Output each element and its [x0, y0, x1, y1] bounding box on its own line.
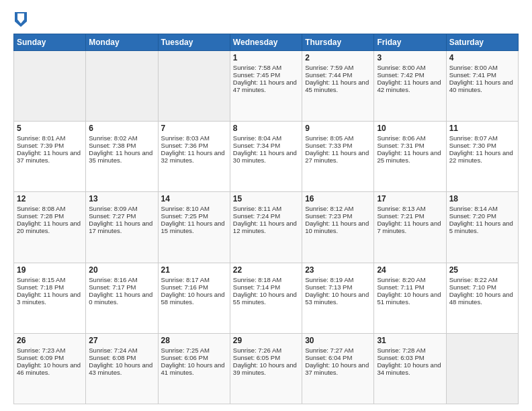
calendar-cell: 25 Sunrise: 8:22 AM Sunset: 7:10 PM Dayl… [446, 263, 518, 333]
day-number: 31 [377, 336, 443, 345]
sunrise-text: Sunrise: 8:12 AM [305, 205, 353, 212]
calendar-cell [86, 51, 158, 122]
day-number: 11 [449, 124, 515, 133]
day-number: 29 [233, 336, 299, 345]
sunset-text: Sunset: 7:23 PM [305, 212, 352, 220]
sunset-text: Sunset: 7:25 PM [161, 212, 208, 220]
calendar-cell: 18 Sunrise: 8:14 AM Sunset: 7:20 PM Dayl… [446, 192, 518, 263]
daylight-text: Daylight: 11 hours and 42 minutes. [377, 79, 441, 93]
sunset-text: Sunset: 7:30 PM [449, 142, 496, 149]
sunrise-text: Sunrise: 7:26 AM [233, 347, 281, 354]
calendar-cell: 17 Sunrise: 8:13 AM Sunset: 7:21 PM Dayl… [374, 192, 446, 263]
sunset-text: Sunset: 7:36 PM [161, 142, 208, 149]
day-number: 2 [305, 53, 371, 62]
day-number: 10 [377, 124, 443, 133]
day-header-thursday: Thursday [302, 34, 374, 51]
calendar-cell: 5 Sunrise: 8:01 AM Sunset: 7:39 PM Dayli… [14, 122, 86, 192]
sunset-text: Sunset: 7:24 PM [233, 212, 280, 220]
sunrise-text: Sunrise: 8:03 AM [161, 134, 210, 142]
page: SundayMondayTuesdayWednesdayThursdayFrid… [0, 0, 532, 411]
sunrise-text: Sunrise: 8:05 AM [305, 134, 353, 142]
sunrise-text: Sunrise: 8:00 AM [377, 64, 425, 71]
calendar-header-row: SundayMondayTuesdayWednesdayThursdayFrid… [14, 34, 519, 51]
sunrise-text: Sunrise: 8:00 AM [449, 64, 498, 71]
sunrise-text: Sunrise: 8:10 AM [161, 205, 210, 212]
calendar-week-row: 5 Sunrise: 8:01 AM Sunset: 7:39 PM Dayli… [14, 122, 519, 192]
day-number: 23 [305, 265, 371, 275]
day-number: 18 [449, 194, 515, 203]
sunset-text: Sunset: 7:28 PM [17, 212, 64, 220]
daylight-text: Daylight: 10 hours and 37 minutes. [305, 361, 369, 376]
calendar-cell: 26 Sunrise: 7:23 AM Sunset: 6:09 PM Dayl… [14, 333, 86, 404]
day-header-friday: Friday [374, 34, 446, 51]
sunset-text: Sunset: 7:27 PM [89, 212, 136, 220]
day-number: 22 [233, 265, 299, 275]
sunrise-text: Sunrise: 8:01 AM [17, 134, 65, 142]
sunset-text: Sunset: 7:21 PM [377, 212, 424, 220]
calendar-week-row: 26 Sunrise: 7:23 AM Sunset: 6:09 PM Dayl… [14, 333, 519, 404]
header [13, 12, 519, 27]
day-number: 17 [377, 194, 443, 203]
daylight-text: Daylight: 11 hours and 7 minutes. [377, 220, 441, 234]
sunset-text: Sunset: 7:45 PM [233, 71, 280, 79]
calendar-cell: 27 Sunrise: 7:24 AM Sunset: 6:08 PM Dayl… [86, 333, 158, 404]
calendar-cell: 3 Sunrise: 8:00 AM Sunset: 7:42 PM Dayli… [374, 51, 446, 122]
daylight-text: Daylight: 11 hours and 37 minutes. [17, 149, 81, 164]
sunrise-text: Sunrise: 8:08 AM [17, 205, 65, 212]
calendar-cell: 16 Sunrise: 8:12 AM Sunset: 7:23 PM Dayl… [302, 192, 374, 263]
daylight-text: Daylight: 11 hours and 0 minutes. [89, 291, 152, 306]
sunrise-text: Sunrise: 8:09 AM [89, 205, 137, 212]
sunset-text: Sunset: 6:04 PM [305, 354, 352, 361]
day-header-wednesday: Wednesday [230, 34, 302, 51]
sunset-text: Sunset: 7:18 PM [17, 283, 64, 291]
day-number: 30 [305, 336, 371, 345]
sunset-text: Sunset: 7:33 PM [305, 142, 352, 149]
calendar-cell: 20 Sunrise: 8:16 AM Sunset: 7:17 PM Dayl… [86, 263, 158, 333]
day-number: 19 [17, 265, 83, 275]
sunrise-text: Sunrise: 7:59 AM [305, 64, 353, 71]
day-header-saturday: Saturday [446, 34, 518, 51]
daylight-text: Daylight: 11 hours and 15 minutes. [161, 220, 225, 234]
day-number: 27 [89, 336, 154, 345]
sunrise-text: Sunrise: 7:23 AM [17, 347, 65, 354]
sunset-text: Sunset: 7:34 PM [233, 142, 280, 149]
daylight-text: Daylight: 11 hours and 30 minutes. [233, 149, 297, 164]
daylight-text: Daylight: 10 hours and 58 minutes. [161, 291, 225, 306]
calendar-cell: 22 Sunrise: 8:18 AM Sunset: 7:14 PM Dayl… [230, 263, 302, 333]
sunset-text: Sunset: 7:13 PM [305, 283, 352, 291]
daylight-text: Daylight: 11 hours and 47 minutes. [233, 79, 297, 93]
day-number: 25 [449, 265, 515, 275]
calendar-week-row: 19 Sunrise: 8:15 AM Sunset: 7:18 PM Dayl… [14, 263, 519, 333]
sunrise-text: Sunrise: 8:18 AM [233, 276, 281, 283]
sunrise-text: Sunrise: 7:27 AM [305, 347, 353, 354]
calendar-cell: 11 Sunrise: 8:07 AM Sunset: 7:30 PM Dayl… [446, 122, 518, 192]
calendar-cell: 24 Sunrise: 8:20 AM Sunset: 7:11 PM Dayl… [374, 263, 446, 333]
sunrise-text: Sunrise: 8:06 AM [377, 134, 425, 142]
day-number: 21 [161, 265, 227, 275]
day-number: 12 [17, 194, 83, 203]
calendar-cell: 15 Sunrise: 8:11 AM Sunset: 7:24 PM Dayl… [230, 192, 302, 263]
sunrise-text: Sunrise: 8:02 AM [89, 134, 137, 142]
calendar-cell [14, 51, 86, 122]
day-number: 15 [233, 194, 299, 203]
sunset-text: Sunset: 7:17 PM [89, 283, 136, 291]
calendar-cell: 23 Sunrise: 8:19 AM Sunset: 7:13 PM Dayl… [302, 263, 374, 333]
daylight-text: Daylight: 10 hours and 41 minutes. [161, 361, 225, 376]
day-header-tuesday: Tuesday [158, 34, 230, 51]
daylight-text: Daylight: 11 hours and 35 minutes. [89, 149, 152, 164]
calendar-cell: 2 Sunrise: 7:59 AM Sunset: 7:44 PM Dayli… [302, 51, 374, 122]
daylight-text: Daylight: 10 hours and 39 minutes. [233, 361, 297, 376]
sunrise-text: Sunrise: 8:15 AM [17, 276, 65, 283]
calendar-cell: 12 Sunrise: 8:08 AM Sunset: 7:28 PM Dayl… [14, 192, 86, 263]
calendar-cell: 13 Sunrise: 8:09 AM Sunset: 7:27 PM Dayl… [86, 192, 158, 263]
day-number: 14 [161, 194, 227, 203]
calendar-cell: 4 Sunrise: 8:00 AM Sunset: 7:41 PM Dayli… [446, 51, 518, 122]
sunrise-text: Sunrise: 8:14 AM [449, 205, 498, 212]
day-number: 5 [17, 124, 83, 133]
sunrise-text: Sunrise: 8:16 AM [89, 276, 137, 283]
sunrise-text: Sunrise: 8:07 AM [449, 134, 498, 142]
sunset-text: Sunset: 7:11 PM [377, 283, 424, 291]
sunrise-text: Sunrise: 8:17 AM [161, 276, 210, 283]
day-header-sunday: Sunday [14, 34, 86, 51]
calendar-week-row: 1 Sunrise: 7:58 AM Sunset: 7:45 PM Dayli… [14, 51, 519, 122]
